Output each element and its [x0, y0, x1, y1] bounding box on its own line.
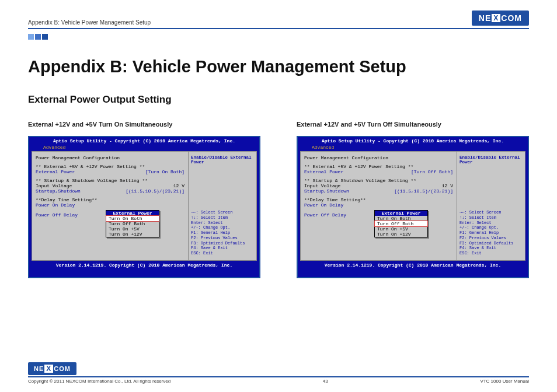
bios-side-top: Enable/Disable External Power: [191, 155, 254, 164]
bios-involt: Input Voltage 12 V: [36, 183, 184, 188]
bios-config: Power Management Configuration: [36, 155, 184, 160]
bios-start-hdr: ** Startup & Shutdown Voltage Setting **: [36, 178, 184, 183]
popup-opt: Turn On +5V: [106, 226, 159, 232]
section-title: External Power Output Setting: [28, 94, 529, 106]
bios-ext-row: External Power [Turn On Both]: [36, 169, 184, 174]
breadcrumb: Appendix B: Vehicle Power Management Set…: [28, 19, 151, 26]
bios-help: →←: Select Screen: [191, 210, 254, 215]
bios-config: Power Management Configuration: [304, 155, 453, 160]
page-title: Appendix B: Vehicle Power Management Set…: [28, 57, 529, 76]
footer-manual: VTC 1000 User Manual: [480, 379, 529, 384]
bios-side-top: Enable/Disable External Power: [459, 155, 523, 164]
bios-popup-2: External Power Turn On Both Turn Off Bot…: [374, 210, 428, 237]
bios-ext-hdr: ** External +5V & +12V Power Setting **: [304, 164, 453, 169]
bios-on-delay: Power On Delay: [304, 202, 453, 208]
panel2-heading: External +12V and +5V Turn Off Simultane…: [297, 121, 529, 128]
footer-copyright: Copyright © 2011 NEXCOM International Co…: [28, 379, 170, 384]
bios-ext-hdr: ** External +5V & +12V Power Setting **: [36, 164, 184, 169]
footer-rule: [28, 376, 529, 377]
popup-opt: Turn On +12V: [375, 232, 427, 237]
popup-opt: Turn On +5V: [375, 226, 427, 232]
footer-page: 43: [323, 379, 328, 384]
bios-version: Version 2.14.1219. Copyright (C) 2010 Am…: [298, 261, 528, 270]
logo-top: NEXCOM: [472, 10, 529, 26]
bios-title: Aptio Setup Utility - Copyright (C) 2010…: [29, 137, 259, 145]
header-rule: [28, 28, 529, 29]
bios-title: Aptio Setup Utility - Copyright (C) 2010…: [298, 137, 528, 145]
bios-tab: Advanced: [29, 145, 259, 151]
bios-startup: Startup,Shutdown [(11.5,10.5)/(23,21)]: [304, 188, 453, 194]
bios-version: Version 2.14.1219. Copyright (C) 2010 Am…: [29, 261, 259, 270]
bios-on-delay: Power On Delay: [36, 202, 184, 208]
popup-opt: Turn Off Both: [106, 221, 159, 226]
bios-help: →←: Select Screen: [459, 210, 523, 215]
bios-screenshot-1: Aptio Setup Utility - Copyright (C) 2010…: [28, 136, 260, 278]
bios-delay-hdr: **Delay Time Setting**: [36, 197, 184, 202]
panel1-heading: External +12V and +5V Turn On Simultaneo…: [28, 121, 260, 128]
bios-startup: Startup,Shutdown [(11.5,10.5)/(23,21)]: [36, 188, 184, 194]
bios-ext-row: External Power [Turn Off Both]: [304, 169, 453, 174]
popup-opt: Turn On +12V: [106, 232, 159, 237]
bios-screenshot-2: Aptio Setup Utility - Copyright (C) 2010…: [297, 136, 529, 278]
bios-involt: Input Voltage 12 V: [304, 183, 453, 188]
bios-start-hdr: ** Startup & Shutdown Voltage Setting **: [304, 178, 453, 183]
logo-bottom: NEXCOM: [28, 362, 76, 375]
decor-squares: [28, 32, 529, 42]
bios-tab: Advanced: [298, 145, 528, 151]
bios-delay-hdr: **Delay Time Setting**: [304, 197, 453, 202]
bios-popup-1: External Power Turn On Both Turn Off Bot…: [106, 210, 159, 237]
